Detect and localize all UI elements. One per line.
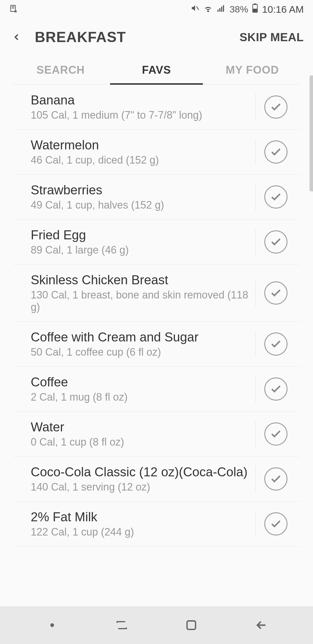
food-item[interactable]: Banana 105 Cal, 1 medium (7" to 7-7/8" l… [13,85,300,130]
food-name: Watermelon [31,138,248,152]
food-item[interactable]: Coco-Cola Classic (12 oz)(Coca-Cola) 140… [13,457,300,502]
food-info: 2% Fat Milk 122 Cal, 1 cup (244 g) [31,510,255,538]
food-item[interactable]: Coffee 2 Cal, 1 mug (8 fl oz) [13,367,300,412]
battery-icon [252,3,258,15]
check-button[interactable] [264,377,287,401]
nav-home-icon[interactable] [184,618,199,632]
battery-text: 38% [230,4,248,15]
food-name: Banana [31,93,248,107]
food-item[interactable]: Fried Egg 89 Cal, 1 large (46 g) [13,220,300,265]
food-list[interactable]: Banana 105 Cal, 1 medium (7" to 7-7/8" l… [0,85,313,606]
food-details: 130 Cal, 1 breast, bone and skin removed… [31,289,248,313]
mute-icon [191,4,199,15]
food-name: Fried Egg [31,228,248,242]
svg-rect-9 [221,7,222,12]
status-left [9,4,17,15]
scroll-indicator[interactable] [310,75,313,191]
item-divider [255,376,256,402]
item-divider [255,421,256,447]
item-divider [255,466,256,492]
check-button[interactable] [264,512,287,536]
food-name: Skinless Chicken Breast [31,273,248,287]
back-button[interactable] [9,30,24,44]
tab-myfood[interactable]: MY FOOD [204,56,300,84]
food-name: Strawberries [31,183,248,197]
food-item[interactable]: Water 0 Cal, 1 cup (8 fl oz) [13,412,300,457]
nav-back-icon[interactable] [254,618,268,632]
svg-line-5 [196,6,199,10]
nav-dot[interactable] [45,618,59,632]
svg-rect-12 [254,3,256,4]
food-item[interactable]: Watermelon 46 Cal, 1 cup, diced (152 g) [13,130,300,175]
food-info: Banana 105 Cal, 1 medium (7" to 7-7/8" l… [31,93,255,121]
check-button[interactable] [264,467,287,491]
food-details: 140 Cal, 1 serving (12 oz) [31,481,248,493]
item-divider [255,184,256,210]
check-button[interactable] [264,281,287,305]
app-header: BREAKFAST SKIP MEAL [0,19,313,56]
food-details: 122 Cal, 1 cup (244 g) [31,526,248,538]
food-info: Fried Egg 89 Cal, 1 large (46 g) [31,228,255,256]
food-info: Coco-Cola Classic (12 oz)(Coca-Cola) 140… [31,465,255,493]
nav-bar [0,606,313,644]
food-item[interactable]: Skinless Chicken Breast 130 Cal, 1 breas… [13,265,300,322]
tab-search[interactable]: SEARCH [13,56,109,84]
food-info: Water 0 Cal, 1 cup (8 fl oz) [31,420,255,448]
svg-rect-7 [218,10,219,12]
skip-meal-button[interactable]: SKIP MEAL [239,31,304,44]
status-bar: 38% 10:16 AM [0,0,313,19]
food-details: 105 Cal, 1 medium (7" to 7-7/8" long) [31,109,248,121]
food-details: 0 Cal, 1 cup (8 fl oz) [31,436,248,448]
svg-rect-13 [253,9,257,12]
svg-rect-8 [219,8,221,12]
status-time: 10:16 AM [262,4,304,15]
svg-rect-10 [223,5,224,12]
food-name: Coffee [31,375,248,389]
check-button[interactable] [264,140,287,164]
food-name: 2% Fat Milk [31,510,248,524]
food-item[interactable]: Coffee with Cream and Sugar 50 Cal, 1 co… [13,322,300,367]
item-divider [255,94,256,120]
notification-icon [9,4,17,15]
svg-point-14 [50,623,54,627]
food-info: Coffee with Cream and Sugar 50 Cal, 1 co… [31,330,255,358]
food-details: 50 Cal, 1 coffee cup (6 fl oz) [31,346,248,358]
check-button[interactable] [264,95,287,119]
tab-favs[interactable]: FAVS [109,56,205,84]
food-name: Coffee with Cream and Sugar [31,330,248,344]
signal-icon [217,4,225,15]
check-button[interactable] [264,422,287,446]
item-divider [255,229,256,255]
food-details: 46 Cal, 1 cup, diced (152 g) [31,154,248,166]
tabs: SEARCH FAVS MY FOOD [13,56,300,85]
check-button[interactable] [264,185,287,209]
food-item[interactable]: 2% Fat Milk 122 Cal, 1 cup (244 g) [13,502,300,547]
food-info: Skinless Chicken Breast 130 Cal, 1 breas… [31,273,255,313]
check-button[interactable] [264,230,287,254]
food-info: Watermelon 46 Cal, 1 cup, diced (152 g) [31,138,255,166]
svg-point-6 [208,11,209,12]
item-divider [255,139,256,165]
food-info: Strawberries 49 Cal, 1 cup, halves (152 … [31,183,255,211]
svg-rect-15 [187,621,195,629]
item-divider [255,511,256,537]
nav-recent-icon[interactable] [114,618,129,632]
food-details: 2 Cal, 1 mug (8 fl oz) [31,391,248,403]
check-button[interactable] [264,332,287,356]
wifi-icon [203,3,213,15]
food-item[interactable]: Strawberries 49 Cal, 1 cup, halves (152 … [13,175,300,220]
item-divider [255,280,256,306]
food-details: 89 Cal, 1 large (46 g) [31,244,248,256]
food-name: Water [31,420,248,434]
food-details: 49 Cal, 1 cup, halves (152 g) [31,199,248,211]
status-right: 38% 10:16 AM [191,3,304,15]
item-divider [255,331,256,357]
food-name: Coco-Cola Classic (12 oz)(Coca-Cola) [31,465,248,479]
page-title: BREAKFAST [35,29,239,46]
food-info: Coffee 2 Cal, 1 mug (8 fl oz) [31,375,255,403]
